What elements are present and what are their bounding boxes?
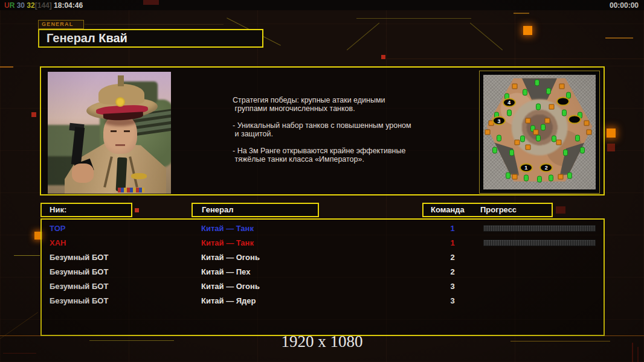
column-header-team-progress: Команда Прогресс	[422, 203, 553, 217]
resource-dot-orange	[556, 140, 561, 145]
status-segment: 18:04:46	[52, 1, 83, 10]
resource-dot-green	[523, 89, 527, 95]
player-table: TOPКитай — Танк1ХАНКитай — Танк1Безумный…	[40, 218, 605, 336]
tie-art	[116, 157, 127, 192]
player-nick: Безумный БОТ	[50, 296, 108, 305]
player-general: Китай — Танк	[201, 238, 254, 247]
general-portrait	[48, 72, 171, 194]
table-row: TOPКитай — Танк1	[42, 221, 604, 236]
resource-dot-orange	[586, 130, 591, 135]
player-general: Китай — Ядер	[201, 296, 256, 305]
eye-art	[111, 130, 117, 132]
start-position-marker: 3	[492, 116, 506, 125]
resource-dot-orange	[533, 130, 539, 135]
decor-square	[143, 0, 159, 5]
player-table-rows: TOPКитай — Танк1ХАНКитай — Танк1Безумный…	[42, 220, 604, 335]
resource-dot-orange	[526, 144, 531, 150]
decor-square	[31, 112, 36, 117]
status-segment: [144]	[35, 1, 52, 10]
resolution-label: 1920 x 1080	[0, 332, 644, 351]
player-team: 1	[440, 238, 465, 247]
table-row: ХАНКитай — Танк1	[42, 236, 604, 250]
medals-art	[118, 188, 144, 192]
table-row: Безумный БОТКитай — Пех2	[42, 265, 604, 279]
table-row: Безумный БОТКитай — Огонь2	[42, 250, 604, 265]
resource-dot-green	[509, 150, 514, 156]
player-nick: ХАН	[50, 238, 66, 247]
resource-dot-green	[535, 80, 539, 86]
loading-progress-bar	[483, 240, 596, 246]
player-nick: TOP	[50, 224, 66, 233]
resource-dot-green	[537, 176, 542, 182]
resource-dot-green	[536, 104, 541, 110]
resource-dot-orange	[584, 120, 590, 125]
decor-square	[607, 129, 616, 138]
status-segment: 30	[14, 1, 27, 10]
resource-dot-green	[497, 135, 501, 141]
resource-dot-green	[541, 124, 546, 131]
status-segment: 32	[27, 1, 34, 10]
resource-dot-orange	[485, 130, 491, 135]
resource-dot-green	[506, 173, 510, 179]
player-general: Китай — Пех	[201, 267, 250, 276]
general-description: Стратегия победы: крупные атаки едиными …	[233, 96, 441, 172]
general-name-title: Генерал Квай	[38, 29, 263, 48]
column-header-nick: Ник:	[40, 203, 132, 217]
player-general: Китай — Огонь	[201, 253, 260, 262]
resource-dot-green	[567, 173, 572, 179]
decor-square	[556, 206, 565, 214]
resource-dot-green	[549, 175, 553, 182]
resource-dot-green	[563, 150, 568, 156]
resource-dot-green	[562, 109, 567, 116]
start-position-marker	[568, 115, 581, 124]
decor-line	[0, 66, 13, 68]
game-loading-screen: UR 30 32[144] 18:04:46 00:00:00 GENERAL …	[0, 0, 644, 362]
eye-art	[124, 130, 130, 132]
resource-dot-orange	[512, 84, 518, 89]
start-position-marker	[556, 97, 570, 106]
resource-dot-orange	[545, 118, 550, 124]
description-paragraph: - Уникальный набор танков с повышенным у…	[233, 121, 441, 138]
description-paragraph: Стратегия победы: крупные атаки едиными …	[233, 96, 441, 113]
resource-dot-orange	[558, 174, 564, 180]
column-header-progress: Прогресс	[480, 204, 517, 216]
player-general: Китай — Огонь	[201, 282, 260, 291]
resource-dot-green	[507, 109, 512, 116]
player-team: 3	[440, 296, 465, 305]
resource-dot-orange	[559, 84, 565, 89]
decor-square	[523, 26, 532, 35]
player-nick: Безумный БОТ	[50, 253, 108, 262]
decor-line	[356, 18, 471, 19]
cap-emblem-art	[115, 97, 125, 107]
resource-dot-green	[575, 135, 580, 141]
description-paragraph: - На 3м Ранге открываются крайне эффекти…	[233, 147, 441, 164]
decor-line	[605, 37, 633, 39]
decor-square	[135, 208, 139, 212]
decor-line	[14, 255, 40, 256]
decor-line	[514, 13, 529, 14]
decor-square	[381, 55, 385, 59]
start-position-marker: 2	[539, 163, 553, 172]
status-segment: U	[4, 1, 10, 10]
network-status: UR 30 32[144] 18:04:46	[4, 1, 83, 10]
resource-dot-orange	[514, 140, 520, 145]
resource-dot-orange	[512, 174, 518, 180]
player-nick: Безумный БОТ	[50, 282, 108, 291]
decor-line	[85, 24, 224, 25]
start-position-marker: 4	[503, 98, 516, 107]
mouth-art	[115, 144, 125, 146]
player-team: 2	[440, 253, 465, 262]
start-position-marker: 1	[520, 163, 533, 172]
badge-art	[131, 173, 147, 179]
resource-dot-green	[520, 136, 525, 142]
loading-progress-bar	[483, 225, 596, 232]
player-general: Китай — Танк	[201, 224, 254, 233]
player-nick: Безумный БОТ	[50, 267, 108, 276]
top-status-bar: UR 30 32[144] 18:04:46 00:00:00	[0, 0, 644, 10]
resource-dot-green	[492, 147, 497, 154]
resource-dot-green	[546, 87, 551, 94]
column-header-general: Генерал	[192, 203, 319, 217]
table-row: Безумный БОТКитай — Ядер3	[42, 294, 604, 308]
resource-dot-green	[536, 135, 541, 141]
decor-square	[607, 144, 615, 151]
